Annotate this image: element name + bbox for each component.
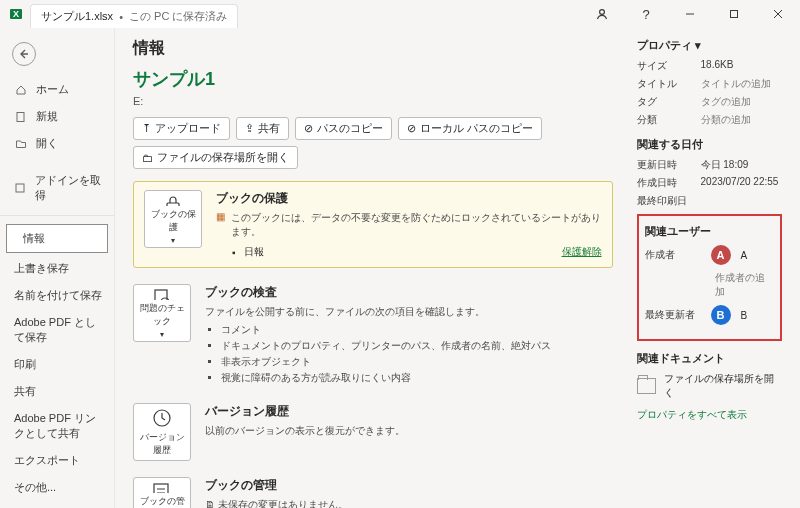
nav-new[interactable]: 新規 [0, 103, 114, 130]
protect-desc: このブックには、データの不要な変更を防ぐためにロックされているシートがあります。 [231, 211, 602, 239]
copylocal-button[interactable]: ⊘ローカル パスのコピー [398, 117, 542, 140]
mod-name: B [741, 310, 748, 321]
nav-info-label: 情報 [23, 231, 45, 246]
manage-desc: 未保存の変更はありません。 [218, 499, 348, 508]
link-icon: ⊘ [407, 122, 416, 135]
nav-saveas[interactable]: 名前を付けて保存 [0, 282, 114, 309]
nav-open-label: 開く [36, 136, 58, 151]
svg-rect-9 [167, 203, 179, 206]
window-title-tab[interactable]: サンプル1.xlsx • この PC に保存済み [30, 4, 238, 28]
upload-label: アップロード [155, 121, 221, 136]
inspect-heading: ブックの検査 [205, 284, 613, 301]
print-key: 最終印刷日 [637, 194, 701, 208]
doc-path: E: [133, 95, 613, 107]
size-value: 18.6KB [701, 59, 734, 73]
title-saved-status: この PC に保存済み [129, 9, 227, 24]
upload-icon: ⤒ [142, 122, 151, 135]
nav-home[interactable]: ホーム [0, 76, 114, 103]
lock-icon [162, 193, 184, 206]
nav-adobepdf[interactable]: Adobe PDF として保存 [0, 309, 114, 351]
doc-icon: 🗎 [205, 499, 215, 508]
related-users-box: 関連ユーザー 作成者AA 作成者の追加 最終更新者BB [637, 214, 782, 341]
svg-point-11 [161, 298, 169, 300]
protect-sheet: 日報 [244, 245, 264, 259]
svg-text:X: X [13, 9, 19, 19]
close-button[interactable] [756, 0, 800, 28]
version-heading: バージョン履歴 [205, 403, 613, 420]
home-icon [14, 83, 28, 97]
chevron-down-icon: ▾ [695, 39, 701, 51]
tag-add[interactable]: タグの追加 [701, 95, 751, 109]
avatar: A [711, 245, 731, 265]
nav-saveas-label: 名前を付けて保存 [14, 288, 102, 303]
folder-icon: 🗀 [142, 152, 153, 164]
share-button[interactable]: ⇪共有 [236, 117, 289, 140]
inspect-item: ドキュメントのプロパティ、プリンターのパス、作成者の名前、絶対パス [221, 339, 613, 353]
upd-value: 今日 18:09 [701, 158, 749, 172]
inspect-tile[interactable]: 問題のチェック▾ [133, 284, 191, 342]
nav-share-label: 共有 [14, 384, 36, 399]
nav-save[interactable]: 上書き保存 [0, 255, 114, 282]
inspect-item: コメント [221, 323, 613, 337]
cat-add[interactable]: 分類の追加 [701, 113, 751, 127]
create-value: 2023/07/20 22:55 [701, 176, 779, 190]
add-author[interactable]: 作成者の追加 [715, 271, 774, 299]
doc-title: サンプル1 [133, 67, 613, 91]
addins-icon [14, 181, 27, 195]
help-icon[interactable]: ? [624, 0, 668, 28]
manage-tile[interactable]: ブックの管理▾ [133, 477, 191, 508]
titlebar: X サンプル1.xlsx • この PC に保存済み ? [0, 0, 800, 28]
nav-print-label: 印刷 [14, 357, 36, 372]
nav-adobelink-label: Adobe PDF リンクとして共有 [14, 411, 104, 441]
tag-key: タグ [637, 95, 701, 109]
inspect-tile-label: 問題のチェック [136, 302, 188, 328]
nav-adobelink[interactable]: Adobe PDF リンクとして共有 [0, 405, 114, 447]
unprotect-link[interactable]: 保護解除 [562, 245, 602, 259]
title-add[interactable]: タイトルの追加 [701, 77, 771, 91]
nav-addins-label: アドインを取得 [35, 173, 104, 203]
copypath-button[interactable]: ⊘パスのコピー [295, 117, 392, 140]
nav-addins[interactable]: アドインを取得 [0, 167, 114, 209]
author-key: 作成者 [645, 248, 701, 262]
nav-save-label: 上書き保存 [14, 261, 69, 276]
open-folder-row[interactable]: ファイルの保存場所を開く [637, 372, 782, 400]
version-desc: 以前のバージョンの表示と復元ができます。 [205, 424, 613, 438]
version-tile[interactable]: バージョン履歴 [133, 403, 191, 461]
link-icon: ⊘ [304, 122, 313, 135]
inspect-item: 視覚に障碍のある方が読み取りにくい内容 [221, 371, 613, 385]
new-icon [14, 110, 28, 124]
maximize-button[interactable] [712, 0, 756, 28]
back-button[interactable] [12, 42, 36, 66]
account-icon[interactable] [580, 0, 624, 28]
svg-rect-4 [731, 11, 738, 18]
nav-info[interactable]: 情報 [6, 224, 108, 253]
manage-icon [151, 480, 173, 493]
inspect-icon [151, 287, 173, 300]
history-icon [151, 407, 173, 429]
brick-icon: ▦ [216, 211, 225, 222]
nav-open[interactable]: 開く [0, 130, 114, 157]
author-name: A [741, 250, 748, 261]
title-key: タイトル [637, 77, 701, 91]
nav-print[interactable]: 印刷 [0, 351, 114, 378]
nav-share[interactable]: 共有 [0, 378, 114, 405]
show-all-properties[interactable]: プロパティをすべて表示 [637, 408, 782, 422]
protect-tile-label: ブックの保護 [147, 208, 199, 234]
protect-tile[interactable]: ブックの保護▾ [144, 190, 202, 248]
openloc-button[interactable]: 🗀ファイルの保存場所を開く [133, 146, 298, 169]
nav-adobepdf-label: Adobe PDF として保存 [14, 315, 104, 345]
excel-icon: X [0, 6, 30, 22]
nav-other[interactable]: その他... [0, 474, 114, 501]
nav-home-label: ホーム [36, 82, 69, 97]
size-key: サイズ [637, 59, 701, 73]
upload-button[interactable]: ⤒アップロード [133, 117, 230, 140]
protect-box: ブックの保護▾ ブックの保護 ▦このブックには、データの不要な変更を防ぐためにロ… [133, 181, 613, 268]
props-heading[interactable]: プロパティ ▾ [637, 38, 782, 53]
nav-export[interactable]: エクスポート [0, 447, 114, 474]
share-icon: ⇪ [245, 122, 254, 135]
dates-heading: 関連する日付 [637, 137, 782, 152]
mod-key: 最終更新者 [645, 308, 701, 322]
action-buttons: ⤒アップロード ⇪共有 ⊘パスのコピー ⊘ローカル パスのコピー 🗀ファイルの保… [133, 117, 613, 169]
minimize-button[interactable] [668, 0, 712, 28]
manage-tile-label: ブックの管理 [136, 495, 188, 508]
